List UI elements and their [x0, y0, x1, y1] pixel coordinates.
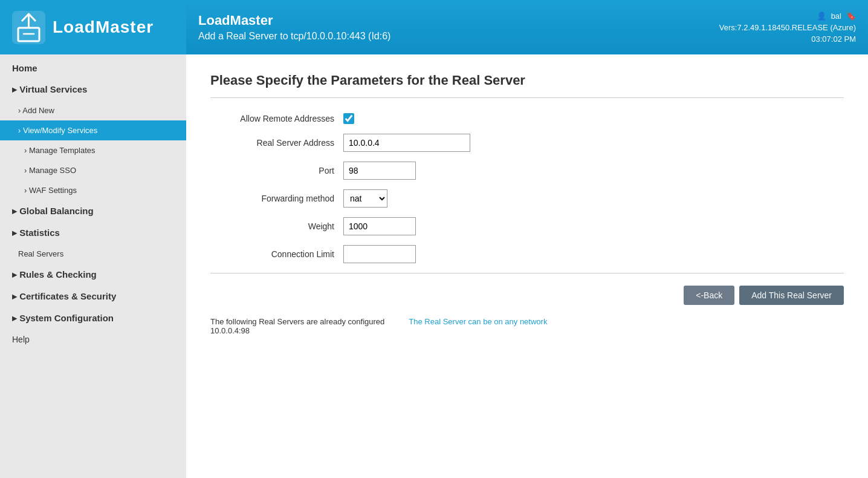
header: LoadMaster LoadMaster Add a Real Server … — [0, 0, 868, 54]
field-connection-limit: Connection Limit — [210, 245, 844, 263]
configured-servers-value: 10.0.0.4:98 — [210, 326, 250, 335]
arrow-icon: ▸ — [12, 84, 19, 94]
sidebar-item-virtual-services[interactable]: ▸ Virtual Services — [0, 79, 186, 100]
sidebar-item-real-servers[interactable]: Real Servers — [0, 244, 186, 264]
version-info: Vers:7.2.49.1.18450.RELEASE (Azure) — [719, 23, 856, 32]
header-subtitle: Add a Real Server to tcp/10.0.0.10:443 (… — [198, 31, 695, 42]
user-icon: 👤 — [817, 11, 826, 21]
configured-servers-info: The following Real Servers are already c… — [210, 317, 384, 335]
arrow-icon: ▸ — [12, 291, 19, 301]
sidebar-item-global-balancing[interactable]: ▸ Global Balancing — [0, 200, 186, 222]
sidebar-item-home[interactable]: Home — [0, 57, 186, 79]
weight-label: Weight — [210, 221, 343, 231]
sidebar-item-manage-templates[interactable]: › Manage Templates — [0, 140, 186, 160]
logo-text: LoadMaster — [53, 18, 154, 37]
sidebar-item-add-new[interactable]: › Add New — [0, 100, 186, 120]
username: bal — [831, 11, 841, 21]
logo-area: LoadMaster — [0, 0, 186, 54]
header-user: 👤 bal 🔖 — [817, 11, 856, 21]
form-divider-top — [210, 97, 844, 98]
forwarding-method-select[interactable]: nat tunnel route — [343, 189, 387, 208]
field-allow-remote-addresses: Allow Remote Addresses — [210, 113, 844, 124]
arrow-icon: ▸ — [12, 269, 19, 280]
kemp-logo-icon — [12, 11, 45, 44]
sidebar-item-help[interactable]: Help — [0, 329, 186, 350]
network-label: The Real Server can be on any network — [409, 317, 547, 326]
field-forwarding-method: Forwarding method nat tunnel route — [210, 189, 844, 208]
connection-limit-input[interactable] — [343, 245, 416, 263]
sidebar-item-manage-sso[interactable]: › Manage SSO — [0, 160, 186, 180]
weight-input[interactable] — [343, 217, 416, 235]
sidebar-item-view-modify[interactable]: › View/Modify Services — [0, 120, 186, 140]
header-content: LoadMaster Add a Real Server to tcp/10.0… — [186, 0, 707, 54]
header-title: LoadMaster — [198, 13, 695, 28]
arrow-icon: › — [18, 126, 23, 135]
form-divider-bottom — [210, 273, 844, 273]
layout: Home ▸ Virtual Services › Add New › View… — [0, 54, 868, 478]
buttons-row: <-Back Add This Real Server — [210, 286, 844, 305]
port-label: Port — [210, 166, 343, 175]
port-input[interactable] — [343, 162, 416, 180]
network-info: The Real Server can be on any network — [409, 317, 547, 335]
sidebar-item-rules-checking[interactable]: ▸ Rules & Checking — [0, 264, 186, 286]
connection-limit-label: Connection Limit — [210, 249, 343, 259]
allow-remote-label: Allow Remote Addresses — [210, 114, 343, 123]
forwarding-method-label: Forwarding method — [210, 194, 343, 203]
add-real-server-button[interactable]: Add This Real Server — [739, 286, 844, 305]
sidebar-item-certificates-security[interactable]: ▸ Certificates & Security — [0, 286, 186, 307]
field-weight: Weight — [210, 217, 844, 235]
configured-servers-label: The following Real Servers are already c… — [210, 317, 384, 326]
arrow-icon: ▸ — [12, 206, 19, 216]
sidebar-item-statistics[interactable]: ▸ Statistics — [0, 222, 186, 244]
arrow-icon: ▸ — [12, 313, 19, 323]
field-real-server-address: Real Server Address — [210, 134, 844, 152]
main-content: Please Specify the Parameters for the Re… — [186, 54, 868, 478]
allow-remote-checkbox[interactable] — [343, 113, 354, 124]
form-title: Please Specify the Parameters for the Re… — [210, 73, 844, 88]
info-section: The following Real Servers are already c… — [210, 317, 844, 335]
arrow-icon: › — [24, 186, 29, 195]
arrow-icon: › — [24, 146, 29, 155]
field-port: Port — [210, 162, 844, 180]
current-time: 03:07:02 PM — [811, 34, 856, 44]
help-icon[interactable]: 🔖 — [846, 11, 856, 21]
arrow-icon: ▸ — [12, 228, 19, 238]
sidebar-item-waf-settings[interactable]: › WAF Settings — [0, 180, 186, 200]
back-button[interactable]: <-Back — [684, 286, 734, 305]
real-server-address-label: Real Server Address — [210, 138, 343, 148]
sidebar-item-system-configuration[interactable]: ▸ System Configuration — [0, 307, 186, 329]
arrow-icon: › — [24, 166, 29, 175]
real-server-address-input[interactable] — [343, 134, 470, 152]
sidebar: Home ▸ Virtual Services › Add New › View… — [0, 54, 186, 478]
header-right: 👤 bal 🔖 Vers:7.2.49.1.18450.RELEASE (Azu… — [707, 0, 868, 54]
